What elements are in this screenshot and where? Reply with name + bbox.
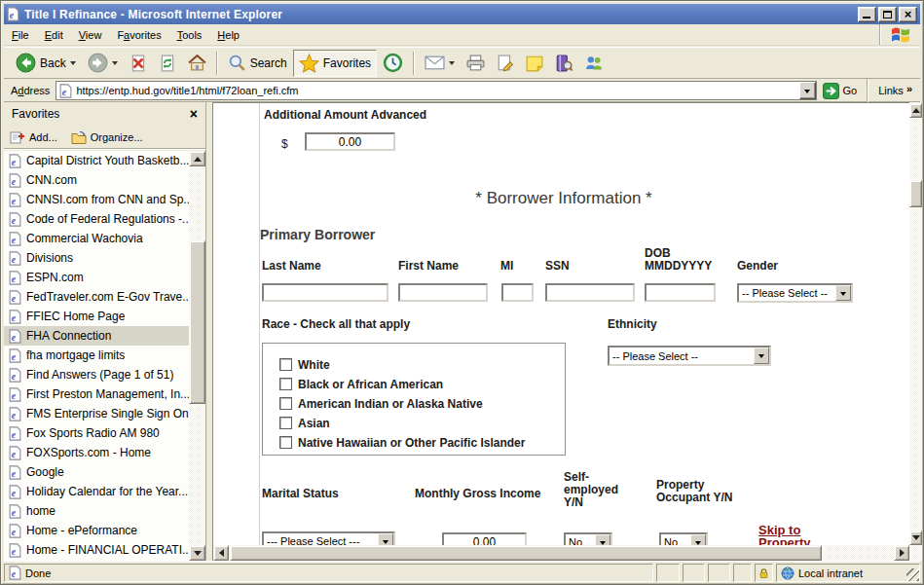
favorite-item[interactable]: CNNSI.com from CNN and Sp... <box>4 190 190 209</box>
horizontal-scrollbar[interactable] <box>213 545 909 561</box>
menu-view[interactable]: View <box>71 26 110 44</box>
ie-page-icon <box>9 193 21 207</box>
menu-edit[interactable]: Edit <box>37 26 71 44</box>
scroll-up-button[interactable] <box>909 103 922 118</box>
dob-input[interactable] <box>645 283 716 302</box>
organize-favorites-button[interactable]: Organize... <box>71 130 143 144</box>
maximize-icon <box>883 11 892 18</box>
address-input[interactable]: https://entp.hud.gov/title1/html/f72loan… <box>55 81 816 100</box>
favorite-item[interactable]: Capital District Youth Basketb... <box>4 151 190 170</box>
ie-page-icon <box>9 173 21 188</box>
first-name-input[interactable] <box>398 283 488 302</box>
last-name-input[interactable] <box>262 283 388 302</box>
print-button[interactable] <box>461 50 491 77</box>
stop-button[interactable] <box>124 50 153 77</box>
chevron-down-icon[interactable] <box>835 285 851 301</box>
additional-amount-input[interactable] <box>305 132 395 151</box>
favorites-close-icon[interactable]: × <box>188 107 200 121</box>
ie-page-icon <box>9 465 21 480</box>
favorite-item[interactable]: FOXSports.com - Home <box>4 443 190 462</box>
favorite-item[interactable]: CNN.com <box>4 170 190 190</box>
favorite-item[interactable]: First Preston Management, In... <box>4 384 190 404</box>
scrollbar-thumb[interactable] <box>189 240 205 404</box>
scrollbar-track[interactable] <box>909 102 922 561</box>
scrollbar-thumb[interactable] <box>909 180 922 207</box>
close-button[interactable]: × <box>899 7 917 22</box>
discuss-button[interactable] <box>520 50 549 77</box>
page-viewport: Additional Amount Advanced $ * Borrower … <box>212 102 909 561</box>
forward-button[interactable] <box>82 50 124 77</box>
ie-page-icon <box>9 329 21 344</box>
favorite-item[interactable]: Fox Sports Radio AM 980 <box>4 423 190 443</box>
favorite-item[interactable]: Google <box>4 462 190 482</box>
messenger-button[interactable] <box>578 50 610 77</box>
race-checkbox-white[interactable] <box>279 358 292 371</box>
maximize-button[interactable] <box>878 7 897 22</box>
favorite-item[interactable]: FMS Enterprise Single Sign On... <box>4 404 190 423</box>
favorite-item[interactable]: Holiday Calendar for the Year... <box>4 482 190 501</box>
scrollbar-thumb[interactable] <box>230 545 822 561</box>
race-option: Asian <box>263 416 565 435</box>
ie-page-icon <box>9 387 21 402</box>
home-button[interactable] <box>182 50 212 77</box>
menu-tools[interactable]: Tools <box>169 26 210 44</box>
minimize-button[interactable] <box>858 7 876 22</box>
arrow-left-icon <box>215 549 224 557</box>
dollar-sign: $ <box>281 138 288 151</box>
menu-help[interactable]: Help <box>209 26 247 44</box>
research-button[interactable] <box>549 50 578 77</box>
favorite-item[interactable]: home <box>4 501 190 521</box>
favorite-item[interactable]: Home - ePeformance <box>4 521 190 540</box>
edit-button[interactable] <box>491 50 520 77</box>
favorite-item[interactable]: Home - FINANCIAL OPERATI... <box>4 540 190 560</box>
toolbar: Back <box>4 47 920 79</box>
scroll-left-button[interactable] <box>213 545 229 561</box>
history-button[interactable] <box>377 50 409 77</box>
vertical-scrollbar[interactable] <box>909 102 922 561</box>
scroll-up-button[interactable] <box>189 151 205 166</box>
favorite-item[interactable]: Divisions <box>4 248 190 268</box>
favorites-scrollbar[interactable] <box>189 151 205 561</box>
add-favorite-button[interactable]: Add... <box>10 130 57 144</box>
go-button[interactable]: Go <box>817 80 864 101</box>
favorite-item[interactable]: FFIEC Home Page <box>4 307 190 326</box>
favorites-button[interactable]: Favorites <box>293 50 377 77</box>
ssn-input[interactable] <box>545 283 635 302</box>
favorite-item[interactable]: Code of Federal Regulations -... <box>4 209 190 229</box>
mi-label: MI <box>500 260 513 273</box>
gender-select[interactable]: -- Please Select -- <box>737 283 853 303</box>
favorite-item[interactable]: Find Answers (Page 1 of 51) <box>4 365 190 384</box>
favorite-item[interactable]: ESPN.com <box>4 268 190 287</box>
search-button[interactable]: Search <box>222 50 293 77</box>
zone-text: Local intranet <box>798 567 863 579</box>
resize-grip[interactable] <box>906 568 919 581</box>
refresh-icon <box>159 55 176 72</box>
refresh-button[interactable] <box>153 50 182 77</box>
address-dropdown-button[interactable] <box>799 82 816 99</box>
links-button[interactable]: Links » <box>872 85 918 96</box>
favorite-item[interactable]: FedTraveler.com E-Gov Trave... <box>4 287 190 307</box>
ie-page-icon <box>9 212 21 227</box>
favorite-item-selected[interactable]: FHA Connection <box>4 326 190 346</box>
menu-favorites[interactable]: Favorites <box>109 26 168 44</box>
chevron-down-icon[interactable] <box>754 347 769 364</box>
marital-status-label: Marital Status <box>262 488 339 500</box>
arrow-up-icon <box>194 153 202 162</box>
mi-input[interactable] <box>501 283 534 302</box>
scroll-down-button[interactable] <box>189 545 205 561</box>
menu-file[interactable]: File <box>4 26 37 44</box>
last-name-label: Last Name <box>262 260 321 273</box>
ethnicity-select[interactable]: -- Please Select -- <box>608 346 771 366</box>
race-checkbox-black[interactable] <box>279 378 292 390</box>
back-button[interactable]: Back <box>10 50 82 77</box>
mail-button[interactable] <box>419 50 461 77</box>
favorite-item[interactable]: Commercial Wachovia <box>4 229 190 248</box>
ie-page-icon <box>9 290 21 305</box>
ie-page-icon <box>9 407 21 421</box>
race-checkbox-asian[interactable] <box>279 417 292 429</box>
scroll-down-button[interactable] <box>909 530 922 545</box>
race-checkbox-pacific-islander[interactable] <box>279 436 292 449</box>
scroll-right-button[interactable] <box>894 545 909 561</box>
favorite-item[interactable]: fha mortgage limits <box>4 346 190 365</box>
race-checkbox-american-indian[interactable] <box>279 397 292 410</box>
